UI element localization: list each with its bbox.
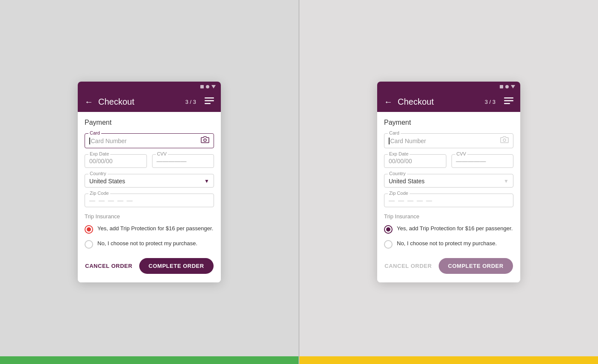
- insurance-no-label-left: No, I choose not to protect my purchase.: [97, 240, 197, 247]
- card-label-left: Card: [88, 130, 101, 135]
- right-panel: ← Checkout 3 / 3 Payment Card C: [299, 0, 598, 364]
- country-label-right: Country: [388, 171, 407, 176]
- cvv-label-left: CVV: [156, 151, 168, 156]
- exp-cvv-row-left: Exp Date 00/00/00 CVV —————: [85, 154, 214, 168]
- exp-label-left: Exp Date: [88, 151, 110, 156]
- insurance-yes-label-right: Yes, add Trip Protection for $16 per pas…: [397, 225, 513, 232]
- cancel-button-left[interactable]: CANCEL ORDER: [85, 263, 132, 269]
- cvv-placeholder-left: —————: [157, 158, 187, 164]
- svg-rect-5: [504, 100, 513, 102]
- step-indicator-left: 3 / 3: [185, 99, 196, 105]
- insurance-no-right[interactable]: No, I choose not to protect my purchase.: [384, 240, 513, 249]
- camera-icon-left[interactable]: [201, 136, 209, 145]
- zip-placeholder-left: — — — — —: [89, 197, 134, 204]
- wifi-icon-right: [511, 85, 515, 88]
- country-dropdown-icon-left[interactable]: ▼: [204, 178, 209, 184]
- insurance-yes-right[interactable]: Yes, add Trip Protection for $16 per pas…: [384, 225, 513, 234]
- insurance-no-left[interactable]: No, I choose not to protect my purchase.: [85, 240, 214, 249]
- step-indicator-right: 3 / 3: [485, 99, 495, 105]
- button-row-left: CANCEL ORDER COMPLETE ORDER: [85, 255, 214, 276]
- svg-rect-0: [205, 97, 214, 99]
- content-right: Payment Card Card Number: [377, 112, 520, 282]
- card-label-right: Card: [388, 130, 401, 135]
- country-field-right[interactable]: Country United States ▼: [384, 174, 513, 188]
- zip-field-left[interactable]: Zip Code — — — — —: [85, 194, 214, 207]
- svg-rect-4: [504, 97, 513, 99]
- country-field-left[interactable]: Country United States ▼: [85, 174, 214, 188]
- zip-placeholder-right: — — — — —: [389, 197, 433, 204]
- insurance-no-label-right: No, I choose not to protect my purchase.: [397, 240, 497, 247]
- cvv-field-left: CVV —————: [152, 154, 214, 168]
- left-panel: ← Checkout 3 / 3 Payment Card C: [0, 0, 299, 364]
- cvv-field-right: CVV —————: [451, 154, 514, 168]
- insurance-title-right: Trip Insurance: [384, 213, 513, 220]
- complete-button-right[interactable]: COMPLETE ORDER: [439, 258, 513, 274]
- cursor-right: [389, 138, 390, 144]
- insurance-yes-label-left: Yes, add Trip Protection for $16 per pas…: [97, 225, 213, 232]
- card-field-right: Card Card Number: [384, 133, 513, 148]
- country-value-right: United States: [389, 178, 425, 185]
- app-bar-right: ← Checkout 3 / 3: [377, 92, 520, 112]
- right-phone: ← Checkout 3 / 3 Payment Card C: [377, 82, 520, 282]
- signal-icon: [200, 85, 204, 88]
- checkout-title-right: Checkout: [398, 97, 480, 107]
- insurance-yes-left[interactable]: Yes, add Trip Protection for $16 per pas…: [85, 225, 214, 234]
- back-button-right[interactable]: ←: [384, 97, 393, 107]
- radio-no-btn-right[interactable]: [384, 240, 393, 249]
- app-bar-left: ← Checkout 3 / 3: [78, 92, 221, 112]
- insurance-title-left: Trip Insurance: [85, 213, 214, 220]
- status-bar-right: [377, 82, 520, 92]
- status-bar-left: [78, 82, 221, 92]
- country-label-left: Country: [88, 171, 108, 176]
- cancel-button-right[interactable]: CANCEL ORDER: [384, 263, 432, 269]
- left-phone: ← Checkout 3 / 3 Payment Card C: [78, 82, 221, 282]
- checkout-title-left: Checkout: [98, 97, 180, 107]
- camera-icon-right[interactable]: [500, 136, 509, 145]
- svg-rect-2: [205, 103, 211, 104]
- exp-field-left: Exp Date 00/00/00: [85, 154, 147, 168]
- button-row-right: CANCEL ORDER COMPLETE ORDER: [384, 255, 513, 276]
- payment-title-right: Payment: [384, 119, 513, 126]
- card-placeholder-right: Card Number: [390, 138, 426, 144]
- menu-icon-left[interactable]: [205, 97, 214, 106]
- country-value-left: United States: [89, 178, 125, 185]
- menu-icon-right[interactable]: [504, 97, 513, 106]
- bottom-bar-right: [299, 356, 598, 364]
- country-dropdown-icon-right[interactable]: ▼: [504, 178, 509, 184]
- svg-point-7: [503, 139, 506, 141]
- radio-yes-dot-left: [87, 227, 91, 232]
- payment-title-left: Payment: [85, 119, 214, 126]
- radio-no-btn-left[interactable]: [85, 240, 93, 249]
- card-placeholder-left: Card Number: [91, 138, 127, 144]
- exp-cvv-row-right: Exp Date 00/00/00 CVV —————: [384, 154, 513, 168]
- exp-label-right: Exp Date: [388, 151, 410, 156]
- exp-placeholder-right: 00/00/00: [389, 158, 412, 164]
- battery-icon: [206, 85, 209, 88]
- wifi-icon: [211, 85, 216, 88]
- svg-point-3: [204, 139, 206, 141]
- cvv-label-right: CVV: [455, 151, 468, 156]
- card-field-left: Card Card Number: [85, 133, 214, 148]
- content-left: Payment Card Card Number: [78, 112, 221, 282]
- battery-icon-right: [505, 85, 509, 88]
- cvv-placeholder-right: —————: [456, 158, 486, 164]
- zip-label-left: Zip Code: [88, 191, 110, 196]
- zip-field-right[interactable]: Zip Code — — — — —: [384, 194, 513, 207]
- complete-button-left[interactable]: COMPLETE ORDER: [139, 258, 214, 274]
- svg-rect-6: [504, 103, 510, 104]
- radio-yes-dot-right: [386, 227, 390, 232]
- radio-yes-btn-left[interactable]: [85, 225, 93, 234]
- back-button-left[interactable]: ←: [85, 97, 93, 107]
- bottom-bar-left: [0, 356, 299, 364]
- signal-icon-right: [500, 85, 503, 88]
- radio-yes-btn-right[interactable]: [384, 225, 393, 234]
- cursor-left: [89, 138, 90, 144]
- svg-rect-1: [205, 100, 214, 102]
- zip-label-right: Zip Code: [388, 191, 410, 196]
- exp-field-right: Exp Date 00/00/00: [384, 154, 446, 168]
- exp-placeholder-left: 00/00/00: [89, 158, 113, 164]
